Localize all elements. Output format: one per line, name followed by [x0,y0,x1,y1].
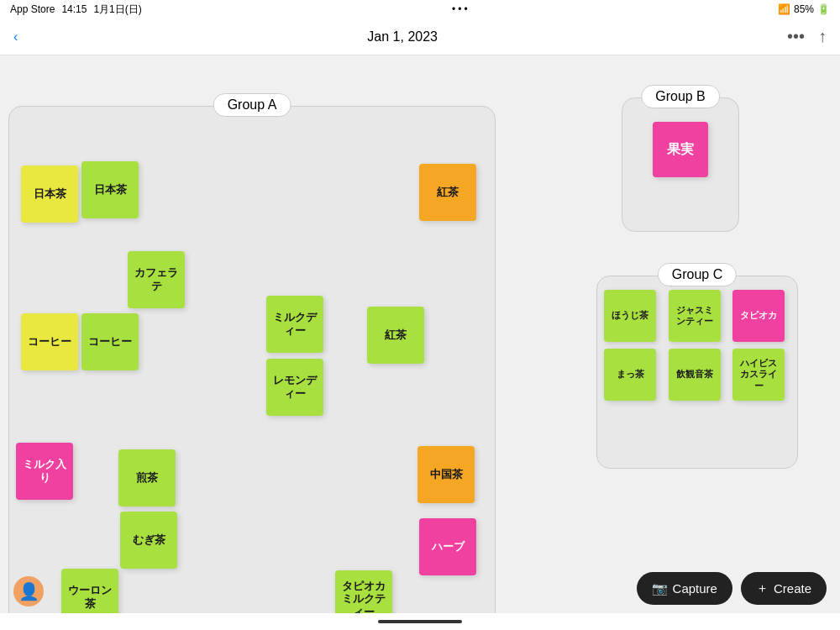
create-button[interactable]: ＋ Create [741,572,827,605]
nav-actions: ••• ↑ [787,27,827,46]
note-jasmine[interactable]: ジャスミンティー [669,290,721,342]
note-tapioca-c[interactable]: タピオカ [732,290,785,342]
group-c-grid: ほうじ茶 ジャスミンティー タピオカ まっ茶 飲観音茶 ハイビスカスライー [597,283,797,407]
page-title: Jan 1, 2023 [367,29,438,45]
group-b-label: Group B [641,85,720,108]
status-dots: ••• [452,3,468,15]
note-nihoncha-1[interactable]: 日本茶 [21,165,78,223]
note-nihoncha-2[interactable]: 日本茶 [81,161,139,218]
note-lemontea[interactable]: レモンディー [266,359,323,416]
status-left: App Store 14:15 1月1日(日) [10,3,142,17]
bottom-bar [0,613,840,630]
group-b: Group B 果実 [622,97,739,232]
back-chevron: ‹ [13,29,18,45]
note-matcha[interactable]: まっ茶 [604,349,656,401]
note-hojicha[interactable]: ほうじ茶 [604,290,656,342]
group-a: Group A 日本茶 日本茶 紅茶 カフェラテ コーヒー コーヒー ミルクディ… [8,106,496,630]
home-indicator [378,620,462,623]
wifi-icon: 📶 [778,3,790,15]
status-bar: App Store 14:15 1月1日(日) ••• 📶 85% 🔋 [0,0,840,18]
camera-icon: 📷 [652,581,668,596]
date-label: 1月1日(日) [93,3,141,17]
group-a-label: Group A [213,93,291,117]
note-sencha[interactable]: 煎茶 [118,449,176,507]
note-mugicha[interactable]: むぎ茶 [120,512,177,569]
note-coffee-2[interactable]: コーヒー [81,313,139,370]
app-store-label: App Store [10,3,55,15]
note-cafelatte[interactable]: カフェラテ [128,251,185,308]
capture-label: Capture [673,581,717,596]
note-herb[interactable]: ハーブ [419,518,476,575]
status-right: 📶 85% 🔋 [778,3,830,15]
note-coffee-1[interactable]: コーヒー [21,313,78,370]
action-buttons: 📷 Capture ＋ Create [637,572,827,605]
battery-label: 85% [794,3,814,15]
back-button[interactable]: ‹ [13,29,18,45]
canvas-area[interactable]: Group A 日本茶 日本茶 紅茶 カフェラテ コーヒー コーヒー ミルクディ… [0,55,840,613]
nav-bar: ‹ Jan 1, 2023 ••• ↑ [0,18,840,55]
note-kannoncha[interactable]: 飲観音茶 [669,349,721,401]
note-kocha-top[interactable]: 紅茶 [419,164,476,221]
note-hibiscus[interactable]: ハイビスカスライー [732,349,785,401]
user-avatar: 👤 [13,576,44,606]
note-kajitsu[interactable]: 果実 [653,122,708,177]
note-milktea[interactable]: ミルクディー [266,296,323,353]
share-button[interactable]: ↑ [818,27,827,46]
note-kocha-mid[interactable]: 紅茶 [367,307,424,364]
group-c: Group C ほうじ茶 ジャスミンティー タピオカ まっ茶 飲観音茶 ハイビス… [596,276,798,469]
time-label: 14:15 [61,3,87,15]
create-label: Create [774,581,811,596]
plus-icon: ＋ [756,580,769,596]
note-chugokocha[interactable]: 中国茶 [417,446,475,503]
group-c-label: Group C [658,263,737,286]
more-button[interactable]: ••• [787,27,805,46]
battery-icon: 🔋 [817,3,830,15]
note-milkiri[interactable]: ミルク入り [16,443,73,500]
capture-button[interactable]: 📷 Capture [637,572,732,605]
